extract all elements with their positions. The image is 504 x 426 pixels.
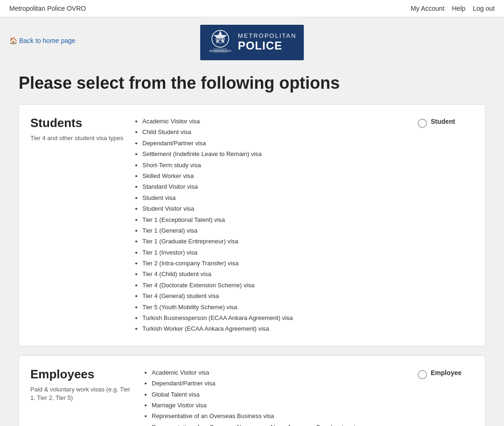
visa-list-employees: Academic Visitor visaDependant/Partner v… — [142, 367, 408, 426]
list-item: Student Visitor visa — [142, 203, 408, 214]
app-title: Metropolitan Police OVRO — [9, 5, 86, 12]
home-icon: 🏠 — [9, 37, 17, 44]
logo-top-text: METROPOLITAN — [238, 32, 297, 40]
logout-link[interactable]: Log out — [473, 5, 495, 12]
list-item: Academic Visitor visa — [152, 367, 408, 378]
header-area: 🏠 Back to home page MP METROPOLITAN METR… — [0, 17, 504, 64]
radio-button-employees[interactable] — [418, 370, 427, 379]
list-item: Tier 1 (General) visa — [142, 225, 408, 236]
list-item: Child Student visa — [142, 127, 408, 137]
card-left-employees: EmployeesPaid & voluntary work visas (e.… — [30, 367, 133, 402]
main-content: Please select from the following options… — [0, 64, 504, 426]
list-item: Dependant/Partner visa — [142, 138, 408, 149]
list-item: Tier 1 (Investor) visa — [142, 247, 408, 258]
list-item: Student visa — [142, 192, 408, 203]
radio-label-employees: Employee — [431, 369, 462, 376]
card-title-students: Students — [30, 116, 124, 130]
list-item: Academic Visitor visa — [142, 116, 408, 127]
help-link[interactable]: Help — [452, 5, 465, 12]
list-item: Tier 1 (Exceptional Talent) visa — [142, 214, 408, 225]
svg-text:MP: MP — [217, 38, 223, 41]
metropolitan-police-logo: MP METROPOLITAN METROPOLITAN POLICE — [200, 25, 304, 60]
radio-button-students[interactable] — [418, 119, 427, 128]
card-students: StudentsTier 4 and other student visa ty… — [19, 104, 485, 346]
list-item: Skilled Worker visa — [142, 170, 408, 181]
list-item: Global Talent visa — [152, 389, 408, 400]
list-item: Tier 5 (Youth Mobility Scheme) visa — [142, 302, 408, 312]
top-navigation: Metropolitan Police OVRO My Account Help… — [0, 0, 504, 17]
page-title: Please select from the following options — [19, 73, 485, 93]
list-item: Representative of an Overseas Newspaper,… — [152, 422, 408, 426]
my-account-link[interactable]: My Account — [411, 5, 444, 12]
list-item: Turkish Worker (ECAA Ankara Agreement) v… — [142, 323, 408, 334]
card-radio-area-students[interactable]: Student — [418, 116, 474, 128]
list-item: Tier 2 (Intra-company Transfer) visa — [142, 258, 408, 269]
card-subtitle-students: Tier 4 and other student visa types — [30, 134, 124, 142]
card-employees: EmployeesPaid & voluntary work visas (e.… — [19, 355, 485, 426]
card-left-students: StudentsTier 4 and other student visa ty… — [30, 116, 124, 142]
nav-links: My Account Help Log out — [411, 5, 495, 12]
list-item: Short-Term study visa — [142, 160, 408, 170]
list-item: Standard Visitor visa — [142, 181, 408, 192]
radio-label-students: Student — [431, 118, 455, 125]
list-item: Tier 4 (Doctorate Extension Scheme) visa — [142, 280, 408, 291]
card-subtitle-employees: Paid & voluntary work visas (e.g. Tier 1… — [30, 385, 133, 402]
svg-text:METROPOLITAN: METROPOLITAN — [209, 50, 231, 52]
list-item: Tier 4 (General) student visa — [142, 291, 408, 301]
back-link-area: 🏠 Back to home page — [9, 37, 76, 44]
visa-list-students: Academic Visitor visaChild Student visaD… — [133, 116, 408, 334]
list-item: Tier 1 (Graduate Entrepreneur) visa — [142, 236, 408, 247]
list-item: Dependant/Partner visa — [152, 378, 408, 389]
logo-text: METROPOLITAN POLICE — [238, 32, 297, 53]
back-to-home-link[interactable]: 🏠 Back to home page — [9, 37, 76, 44]
cards-container: StudentsTier 4 and other student visa ty… — [19, 104, 485, 426]
list-item: Representative of an Overseas Business v… — [152, 411, 408, 421]
card-middle-employees: Academic Visitor visaDependant/Partner v… — [142, 367, 408, 426]
logo-bottom-text: POLICE — [238, 39, 297, 53]
list-item: Marriage Visitor visa — [152, 400, 408, 411]
list-item: Tier 4 (Child) student visa — [142, 269, 408, 279]
list-item: Turkish Businessperson (ECAA Ankara Agre… — [142, 312, 408, 323]
back-link-label: Back to home page — [19, 37, 76, 44]
card-middle-students: Academic Visitor visaChild Student visaD… — [133, 116, 408, 334]
police-crest-icon: MP METROPOLITAN — [208, 28, 233, 57]
card-title-employees: Employees — [30, 367, 133, 382]
card-radio-area-employees[interactable]: Employee — [418, 367, 474, 379]
list-item: Settlement (Indefinite Leave to Remain) … — [142, 149, 408, 159]
